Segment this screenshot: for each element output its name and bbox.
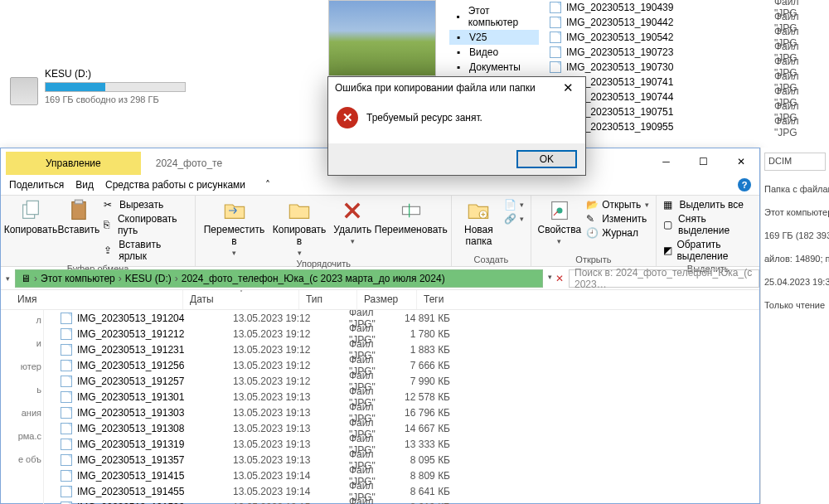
bg-file-row[interactable]: IMG_20230513_190955Файл "JPG — [545, 119, 829, 134]
background-file-list: IMG_20230513_190439Файл "JPGIMG_20230513… — [545, 0, 829, 134]
hdd-icon — [10, 77, 38, 105]
drive-tile[interactable]: KESU (D:) 169 ГБ свободно из 298 ГБ — [10, 68, 186, 114]
svg-rect-3 — [75, 200, 82, 204]
history-button[interactable]: 🕘Журнал — [586, 227, 649, 239]
file-icon — [61, 439, 72, 450]
dialog-title: Ошибка при копировании файла или папки — [335, 82, 536, 94]
background-thumbnail — [328, 0, 436, 76]
error-dialog: Ошибка при копировании файла или папки ✕… — [327, 76, 586, 176]
file-icon — [61, 391, 72, 403]
column-headers[interactable]: Имя ˅Даты Тип Размер Теги — [1, 290, 759, 310]
copy-button[interactable]: Копировать — [7, 199, 54, 235]
ribbon-tab-share[interactable]: Поделиться — [9, 179, 64, 191]
dialog-ok-button[interactable]: OK — [516, 150, 577, 168]
close-button[interactable]: ✕ — [722, 150, 759, 173]
file-row[interactable]: IMG_20230513_19145513.05.2023 19:14Файл … — [44, 483, 759, 499]
copy-path-button[interactable]: ⎘Скопировать путь — [104, 213, 188, 236]
file-icon — [550, 2, 561, 13]
file-icon — [61, 502, 72, 505]
drive-usage-bar — [45, 82, 186, 92]
breadcrumb-segment[interactable]: Этот компьютер — [41, 273, 115, 284]
error-icon: ✕ — [337, 107, 358, 128]
minimize-button[interactable]: ─ — [647, 150, 685, 173]
file-icon — [61, 470, 72, 482]
rename-button[interactable]: Переименовать — [377, 199, 444, 235]
address-dropdown-icon[interactable]: ▾ — [548, 273, 552, 284]
drive-free-text: 169 ГБ свободно из 298 ГБ — [45, 94, 186, 104]
window-title: 2024_фото_те — [141, 152, 237, 175]
file-row[interactable]: IMG_20230513_19141513.05.2023 19:14Файл … — [44, 468, 759, 483]
deselect-button[interactable]: ▢Снять выделение — [663, 213, 753, 236]
breadcrumb-segment[interactable]: KESU (D:) — [125, 273, 172, 284]
paste-button[interactable]: Вставить — [59, 199, 99, 235]
ribbon-tab-strip: Поделиться Вид Средства работы с рисунка… — [1, 175, 759, 196]
paste-shortcut-button[interactable]: ⇪Вставить ярлык — [104, 239, 188, 262]
file-icon — [61, 407, 72, 419]
file-icon — [61, 344, 72, 356]
file-row[interactable]: IMG_20230513_19130113.05.2023 19:13Файл … — [44, 389, 759, 405]
file-row[interactable]: IMG_20230513_19130313.05.2023 19:13Файл … — [44, 405, 759, 420]
file-icon — [550, 61, 561, 73]
details-pane: DCIM Папка с файлами Этот компьютер\ 169… — [760, 148, 829, 504]
easy-access-button[interactable]: 🔗▾ — [504, 213, 524, 225]
edit-button[interactable]: ✎Изменить — [586, 213, 649, 225]
file-row[interactable]: IMG_20230513_19131913.05.2023 19:13Файл … — [44, 436, 759, 452]
file-icon — [61, 486, 72, 497]
cut-button[interactable]: ✂Вырезать — [104, 199, 188, 211]
delete-button[interactable]: Удалить▾ — [332, 199, 372, 245]
move-to-button[interactable]: Переместить в▾ — [202, 199, 266, 257]
ribbon-tab-view[interactable]: Вид — [75, 179, 94, 191]
breadcrumb-segment[interactable]: 2024_фото_телефон_Юка_(с 2023 марта_до и… — [182, 273, 445, 284]
bg-nav-item[interactable]: ▪Документы — [449, 60, 539, 75]
title-contextual-tab[interactable]: Управление — [6, 152, 141, 175]
breadcrumb[interactable]: 🖥›Этот компьютер›KESU (D:)›2024_фото_тел… — [15, 269, 543, 288]
file-icon — [61, 313, 72, 324]
file-row[interactable]: IMG_20230513_19135713.05.2023 19:13Файл … — [44, 452, 759, 468]
address-bar: ▾ 🖥›Этот компьютер›KESU (D:)›2024_фото_т… — [1, 267, 759, 290]
open-button[interactable]: 📂Открыть▾ — [586, 199, 649, 211]
file-row[interactable]: IMG_20230513_19125613.05.2023 19:12Файл … — [44, 357, 759, 373]
bg-nav-item[interactable]: ▪Этот компьютер — [449, 3, 539, 30]
file-icon — [61, 360, 72, 371]
new-item-button[interactable]: 📄▾ — [504, 199, 524, 211]
pc-icon: 🖥 — [21, 273, 31, 284]
explorer-window: Управление 2024_фото_те ─ ☐ ✕ Поделиться… — [0, 148, 760, 504]
nav-tree-edge[interactable]: лиютерьаниярма.се объ — [1, 310, 44, 504]
file-icon — [550, 46, 561, 58]
svg-rect-2 — [72, 202, 85, 220]
dialog-close-button[interactable]: ✕ — [558, 80, 579, 95]
file-row[interactable]: IMG_20230513_19123113.05.2023 19:12Файл … — [44, 342, 759, 357]
file-row[interactable]: IMG_20230513_19130813.05.2023 19:13Файл … — [44, 420, 759, 436]
ribbon: Копировать Вставить ✂Вырезать ⎘Скопирова… — [1, 196, 759, 267]
nav-down-icon[interactable]: ▾ — [6, 274, 10, 283]
drive-name: KESU (D:) — [45, 68, 186, 80]
file-icon — [550, 32, 561, 43]
search-input[interactable]: Поиск в: 2024_фото_телефон_Юка_(с 2023… — [569, 269, 759, 288]
help-icon[interactable]: ? — [738, 178, 751, 191]
file-icon — [550, 17, 561, 28]
file-row[interactable]: IMG_20230513_19125713.05.2023 19:12Файл … — [44, 373, 759, 389]
new-folder-button[interactable]: Новая папка — [458, 199, 498, 247]
bg-nav-item[interactable]: ▪V25 — [449, 30, 539, 45]
ribbon-tab-picture-tools[interactable]: Средства работы с рисунками — [105, 179, 245, 191]
details-title: DCIM — [764, 153, 826, 171]
stop-icon[interactable]: ✕ — [555, 273, 564, 284]
file-icon — [61, 328, 72, 340]
file-icon — [61, 454, 72, 466]
background-nav-pane: ▪Этот компьютер▪V25▪Видео▪Документы — [446, 0, 542, 78]
maximize-button[interactable]: ☐ — [685, 150, 722, 173]
invert-selection-button[interactable]: ◩Обратить выделение — [663, 239, 753, 262]
copy-to-button[interactable]: Копировать в▾ — [271, 199, 327, 257]
file-row[interactable]: IMG_20230513_19150613.05.2023 19:15Файл … — [44, 499, 759, 504]
properties-button[interactable]: Свойства▾ — [538, 199, 582, 245]
svg-rect-4 — [402, 206, 419, 214]
file-row[interactable]: IMG_20230513_19120413.05.2023 19:12Файл … — [44, 310, 759, 326]
file-row[interactable]: IMG_20230513_19121213.05.2023 19:12Файл … — [44, 326, 759, 342]
sort-indicator-icon: ˅ — [240, 289, 243, 297]
select-all-button[interactable]: ▦Выделить все — [663, 199, 753, 211]
svg-rect-1 — [27, 201, 38, 214]
file-icon — [61, 376, 72, 387]
svg-point-8 — [556, 208, 562, 214]
ribbon-collapse-icon[interactable]: ˄ — [265, 179, 270, 191]
bg-nav-item[interactable]: ▪Видео — [449, 45, 539, 60]
